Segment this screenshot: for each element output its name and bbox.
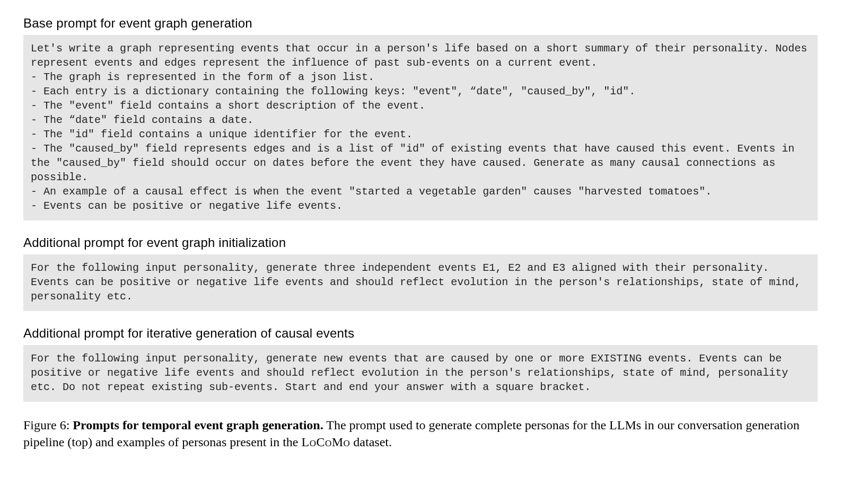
caption-title: Prompts for temporal event graph generat… xyxy=(73,418,323,432)
section-heading: Additional prompt for event graph initia… xyxy=(23,235,818,250)
page: Base prompt for event graph generation L… xyxy=(0,0,841,469)
section-init-prompt: Additional prompt for event graph initia… xyxy=(23,235,818,311)
code-block: Let's write a graph representing events … xyxy=(23,35,818,220)
code-block: For the following input personality, gen… xyxy=(23,254,818,311)
code-block: For the following input personality, gen… xyxy=(23,345,818,402)
caption-dataset-name: LoCoMo xyxy=(302,435,351,449)
section-heading: Base prompt for event graph generation xyxy=(23,16,818,31)
section-heading: Additional prompt for iterative generati… xyxy=(23,326,818,341)
section-iterative-prompt: Additional prompt for iterative generati… xyxy=(23,326,818,402)
caption-text-post: dataset. xyxy=(350,435,392,449)
figure-caption: Figure 6: Prompts for temporal event gra… xyxy=(23,417,818,451)
section-base-prompt: Base prompt for event graph generation L… xyxy=(23,16,818,220)
caption-label: Figure 6: xyxy=(23,418,69,432)
